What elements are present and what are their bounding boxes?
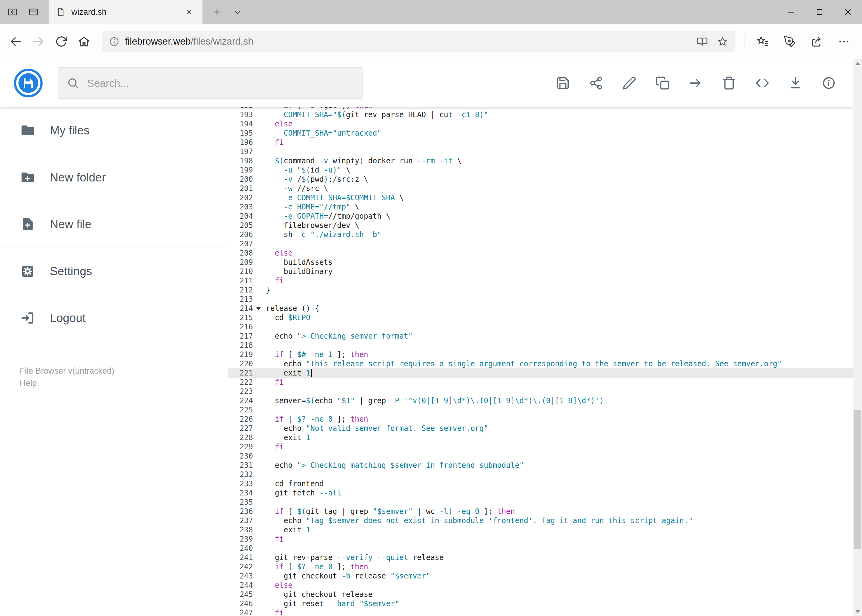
save-button[interactable] [555,75,570,90]
code-line[interactable]: 228 exit 1 [228,433,853,442]
code-line[interactable]: 216 [228,322,853,332]
code-line[interactable]: 196 fi [228,138,853,147]
code-line[interactable]: 203 -e HOME="//tmp" \ [228,202,853,212]
code-line[interactable]: 226 if [ $? -ne 0 ]; then [228,415,853,424]
code-line[interactable]: 245 git checkout release [228,590,853,599]
code-line[interactable]: 212} [228,285,853,295]
forward-button[interactable] [27,30,50,53]
code-line[interactable]: 192 if [ -d .git ]; then [228,107,853,110]
code-line[interactable]: 211 fi [228,276,853,285]
code-line[interactable]: 206 sh -c "./wizard.sh -b" [228,230,853,239]
help-link[interactable]: Help [20,377,228,389]
add-favorite-star-icon[interactable] [717,36,728,47]
code-line[interactable]: 201 -w //src \ [228,184,853,193]
code-line[interactable]: 240 [228,544,853,553]
scroll-down-icon[interactable] [853,607,862,616]
code-line[interactable]: 239 fi [228,534,853,544]
code-line[interactable]: 241 git rev-parse --verify --quiet relea… [228,553,853,562]
new-tab-button[interactable] [207,2,227,22]
code-line[interactable]: 219 if [ $# -ne 1 ]; then [228,350,853,359]
code-line[interactable]: 233 cd frontend [228,479,853,489]
code-line[interactable]: 244 else [228,581,853,590]
code-line[interactable]: 218 [228,341,853,350]
code-line[interactable]: 231 echo "> Checking matching $semver in… [228,461,853,470]
code-line[interactable]: 237 echo "Tag $semver does not exist in … [228,516,853,525]
tab-preview-icon[interactable] [24,2,43,22]
hub-favorites-icon[interactable] [751,30,774,53]
sidebar-item-settings[interactable]: Settings [0,248,228,295]
maximize-button[interactable] [805,0,834,24]
fold-toggle-icon[interactable] [256,307,261,310]
scroll-up-icon[interactable] [853,59,862,68]
sidebar-item-logout[interactable]: Logout [0,295,228,341]
source-code-button[interactable] [755,75,770,90]
code-line[interactable]: 227 echo "Not valid semver format. See s… [228,424,853,433]
move-button[interactable] [689,75,703,90]
code-line[interactable]: 202 -e COMMIT_SHA=$COMMIT_SHA \ [228,193,853,202]
code-line[interactable]: 232 [228,470,853,479]
code-line[interactable]: 214release () { [228,304,853,313]
copy-button[interactable] [655,75,670,90]
sidebar-item-new-file[interactable]: New file [0,201,228,248]
code-line[interactable]: 221 exit 1 [228,368,853,378]
code-line[interactable]: 198 $(command -v winpty) docker run --rm… [228,156,853,165]
code-line[interactable]: 229 fi [228,442,853,451]
home-button[interactable] [72,30,95,53]
code-line[interactable]: 204 -e GOPATH=//tmp/gopath \ [228,212,853,221]
code-line[interactable]: 217 echo "> Checking semver format" [228,332,853,341]
site-info-icon[interactable] [109,36,120,47]
code-line[interactable]: 243 git checkout -b release "$semver" [228,571,853,581]
code-line[interactable]: 238 exit 1 [228,525,853,534]
page-scrollbar[interactable] [853,59,862,616]
rename-button[interactable] [622,75,637,90]
minimize-button[interactable] [777,0,805,24]
browser-tab[interactable]: wizard.sh [49,0,202,24]
info-button[interactable] [821,75,836,90]
web-note-pen-icon[interactable] [778,30,801,53]
code-line[interactable]: 193 COMMIT_SHA="$(git rev-parse HEAD | c… [228,110,853,119]
code-line[interactable]: 205 filebrowser/dev \ [228,221,853,230]
code-line[interactable]: 195 COMMIT_SHA="untracked" [228,129,853,138]
tab-close-icon[interactable] [183,6,195,18]
code-line[interactable]: 223 [228,387,853,396]
code-line[interactable]: 194 else [228,119,853,129]
code-line[interactable]: 215 cd $REPO [228,313,853,322]
code-line[interactable]: 230 [228,451,853,461]
close-window-button[interactable] [834,0,862,24]
sidebar-item-new-folder[interactable]: New folder [0,154,228,201]
scrollbar-thumb[interactable] [854,410,861,549]
code-line[interactable]: 234 git fetch --all [228,489,853,498]
tab-list-chevron-icon[interactable] [228,2,247,22]
code-line[interactable]: 209 buildAssets [228,258,853,267]
share-file-button[interactable] [589,75,604,90]
filebrowser-logo-icon[interactable] [14,68,43,98]
code-line[interactable]: 236 if [ $(git tag | grep "$semver" | wc… [228,507,853,516]
code-line[interactable]: 200 -v /$(pwd):/src:z \ [228,175,853,184]
code-line[interactable]: 225 [228,405,853,415]
code-line[interactable]: 207 [228,239,853,248]
delete-button[interactable] [722,75,736,90]
sidebar-item-my-files[interactable]: My files [0,107,228,154]
back-button[interactable] [4,30,27,53]
code-line[interactable]: 246 git reset --hard "$semver" [228,599,853,608]
code-line[interactable]: 222 fi [228,378,853,387]
reading-view-icon[interactable] [697,36,708,47]
address-bar[interactable]: filebrowser.web/files/wizard.sh [102,31,735,52]
code-line[interactable]: 242 if [ $? -ne 0 ]; then [228,562,853,571]
code-line[interactable]: 208 else [228,248,853,258]
code-line[interactable]: 197 [228,147,853,156]
code-line[interactable]: 224 semver=$(echo "$1" | grep -P '^v(0|[… [228,396,853,405]
code-line[interactable]: 199 -u "$(id -u)" \ [228,165,853,175]
set-tabs-aside-icon[interactable] [3,2,22,22]
code-line[interactable]: 247 fi [228,608,853,616]
refresh-button[interactable] [50,30,72,53]
code-line[interactable]: 220 echo "This release script requires a… [228,359,853,368]
search-bar[interactable] [58,68,362,99]
more-options-icon[interactable] [832,30,855,53]
code-line[interactable]: 235 [228,498,853,507]
download-button[interactable] [788,75,803,90]
code-line[interactable]: 210 buildBinary [228,267,853,276]
share-icon[interactable] [805,30,828,53]
code-line[interactable]: 213 [228,295,853,304]
search-input[interactable] [87,77,354,90]
